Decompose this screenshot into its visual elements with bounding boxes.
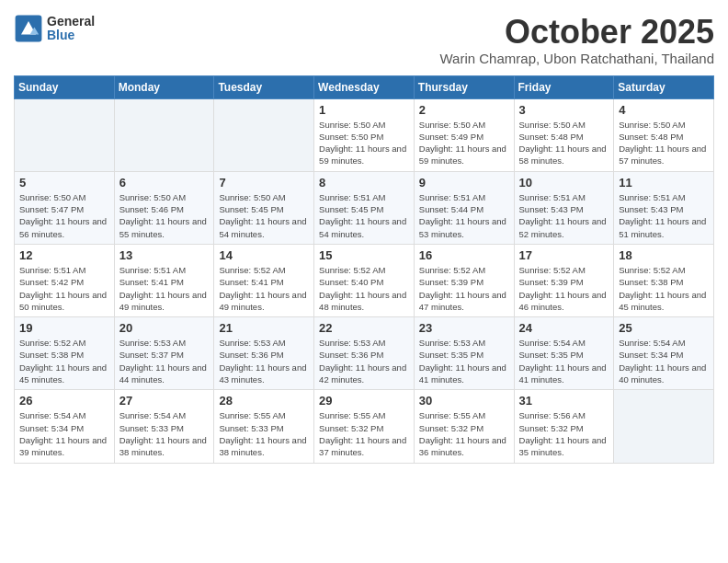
logo-blue-text: Blue — [47, 29, 95, 42]
calendar-cell: 13Sunrise: 5:51 AM Sunset: 5:41 PM Dayli… — [114, 244, 214, 316]
day-number: 8 — [319, 176, 409, 190]
calendar-cell: 5Sunrise: 5:50 AM Sunset: 5:47 PM Daylig… — [15, 171, 115, 244]
day-number: 21 — [219, 321, 309, 335]
day-number: 23 — [419, 321, 509, 335]
location-subtitle: Warin Chamrap, Ubon Ratchathani, Thailan… — [440, 51, 715, 66]
day-number: 1 — [319, 103, 409, 117]
calendar-cell: 1Sunrise: 5:50 AM Sunset: 5:50 PM Daylig… — [314, 98, 415, 171]
calendar-cell: 18Sunrise: 5:52 AM Sunset: 5:38 PM Dayli… — [614, 244, 714, 316]
calendar-cell: 10Sunrise: 5:51 AM Sunset: 5:43 PM Dayli… — [514, 171, 614, 244]
day-info: Sunrise: 5:53 AM Sunset: 5:37 PM Dayligh… — [119, 337, 210, 385]
day-number: 18 — [619, 248, 709, 262]
day-number: 17 — [519, 248, 609, 262]
day-info: Sunrise: 5:50 AM Sunset: 5:48 PM Dayligh… — [619, 119, 709, 167]
calendar-cell: 7Sunrise: 5:50 AM Sunset: 5:45 PM Daylig… — [214, 171, 314, 244]
day-info: Sunrise: 5:52 AM Sunset: 5:39 PM Dayligh… — [419, 264, 509, 313]
day-number: 12 — [19, 248, 109, 262]
day-info: Sunrise: 5:53 AM Sunset: 5:36 PM Dayligh… — [319, 337, 409, 385]
day-info: Sunrise: 5:50 AM Sunset: 5:48 PM Dayligh… — [519, 119, 609, 167]
calendar-table: SundayMondayTuesdayWednesdayThursdayFrid… — [14, 75, 714, 464]
weekday-header-wednesday: Wednesday — [314, 75, 415, 98]
weekday-header-sunday: Sunday — [15, 75, 115, 98]
day-info: Sunrise: 5:53 AM Sunset: 5:35 PM Dayligh… — [419, 337, 509, 385]
calendar-cell: 19Sunrise: 5:52 AM Sunset: 5:38 PM Dayli… — [15, 317, 115, 390]
calendar-cell: 2Sunrise: 5:50 AM Sunset: 5:49 PM Daylig… — [414, 98, 514, 171]
calendar-cell: 12Sunrise: 5:51 AM Sunset: 5:42 PM Dayli… — [15, 244, 115, 316]
calendar-cell: 8Sunrise: 5:51 AM Sunset: 5:45 PM Daylig… — [314, 171, 415, 244]
title-block: October 2025 Warin Chamrap, Ubon Ratchat… — [440, 14, 715, 66]
day-info: Sunrise: 5:51 AM Sunset: 5:45 PM Dayligh… — [319, 191, 409, 240]
calendar-cell: 23Sunrise: 5:53 AM Sunset: 5:35 PM Dayli… — [414, 317, 514, 390]
day-number: 13 — [119, 248, 210, 262]
day-info: Sunrise: 5:50 AM Sunset: 5:45 PM Dayligh… — [219, 191, 309, 240]
calendar-cell — [614, 390, 714, 463]
day-info: Sunrise: 5:55 AM Sunset: 5:32 PM Dayligh… — [319, 409, 409, 458]
day-info: Sunrise: 5:52 AM Sunset: 5:41 PM Dayligh… — [219, 264, 309, 313]
logo: General Blue — [14, 14, 95, 43]
day-number: 3 — [519, 103, 609, 117]
day-info: Sunrise: 5:50 AM Sunset: 5:49 PM Dayligh… — [419, 119, 509, 167]
day-number: 7 — [219, 176, 309, 190]
day-number: 29 — [319, 394, 409, 408]
weekday-header-monday: Monday — [114, 75, 214, 98]
day-number: 9 — [419, 176, 509, 190]
day-info: Sunrise: 5:54 AM Sunset: 5:35 PM Dayligh… — [519, 337, 609, 385]
day-number: 28 — [219, 394, 309, 408]
day-number: 5 — [19, 176, 109, 190]
day-info: Sunrise: 5:51 AM Sunset: 5:41 PM Dayligh… — [119, 264, 210, 313]
calendar-cell: 24Sunrise: 5:54 AM Sunset: 5:35 PM Dayli… — [514, 317, 614, 390]
day-info: Sunrise: 5:54 AM Sunset: 5:33 PM Dayligh… — [119, 409, 210, 458]
day-number: 30 — [419, 394, 509, 408]
weekday-header-row: SundayMondayTuesdayWednesdayThursdayFrid… — [15, 75, 714, 98]
day-info: Sunrise: 5:52 AM Sunset: 5:39 PM Dayligh… — [519, 264, 609, 313]
calendar-cell: 17Sunrise: 5:52 AM Sunset: 5:39 PM Dayli… — [514, 244, 614, 316]
month-title: October 2025 — [440, 14, 715, 51]
calendar-cell: 25Sunrise: 5:54 AM Sunset: 5:34 PM Dayli… — [614, 317, 714, 390]
day-info: Sunrise: 5:50 AM Sunset: 5:46 PM Dayligh… — [119, 191, 210, 240]
calendar-cell: 14Sunrise: 5:52 AM Sunset: 5:41 PM Dayli… — [214, 244, 314, 316]
calendar-cell: 16Sunrise: 5:52 AM Sunset: 5:39 PM Dayli… — [414, 244, 514, 316]
calendar-cell: 26Sunrise: 5:54 AM Sunset: 5:34 PM Dayli… — [15, 390, 115, 463]
calendar-cell: 22Sunrise: 5:53 AM Sunset: 5:36 PM Dayli… — [314, 317, 415, 390]
day-info: Sunrise: 5:53 AM Sunset: 5:36 PM Dayligh… — [219, 337, 309, 385]
calendar-cell: 3Sunrise: 5:50 AM Sunset: 5:48 PM Daylig… — [514, 98, 614, 171]
calendar-cell: 9Sunrise: 5:51 AM Sunset: 5:44 PM Daylig… — [414, 171, 514, 244]
weekday-header-friday: Friday — [514, 75, 614, 98]
calendar-cell: 21Sunrise: 5:53 AM Sunset: 5:36 PM Dayli… — [214, 317, 314, 390]
day-number: 19 — [19, 321, 109, 335]
day-info: Sunrise: 5:50 AM Sunset: 5:47 PM Dayligh… — [19, 191, 109, 240]
calendar-cell — [15, 98, 115, 171]
day-number: 20 — [119, 321, 210, 335]
day-info: Sunrise: 5:51 AM Sunset: 5:42 PM Dayligh… — [19, 264, 109, 313]
calendar-week-5: 26Sunrise: 5:54 AM Sunset: 5:34 PM Dayli… — [15, 390, 714, 463]
calendar-week-4: 19Sunrise: 5:52 AM Sunset: 5:38 PM Dayli… — [15, 317, 714, 390]
day-number: 15 — [319, 248, 409, 262]
calendar-cell: 30Sunrise: 5:55 AM Sunset: 5:32 PM Dayli… — [414, 390, 514, 463]
calendar-cell: 28Sunrise: 5:55 AM Sunset: 5:33 PM Dayli… — [214, 390, 314, 463]
day-number: 22 — [319, 321, 409, 335]
calendar-cell: 20Sunrise: 5:53 AM Sunset: 5:37 PM Dayli… — [114, 317, 214, 390]
day-info: Sunrise: 5:51 AM Sunset: 5:44 PM Dayligh… — [419, 191, 509, 240]
page-header: General Blue October 2025 Warin Chamrap,… — [14, 14, 714, 66]
weekday-header-thursday: Thursday — [414, 75, 514, 98]
calendar-week-2: 5Sunrise: 5:50 AM Sunset: 5:47 PM Daylig… — [15, 171, 714, 244]
weekday-header-saturday: Saturday — [614, 75, 714, 98]
logo-icon — [14, 14, 43, 43]
calendar-cell: 31Sunrise: 5:56 AM Sunset: 5:32 PM Dayli… — [514, 390, 614, 463]
day-info: Sunrise: 5:52 AM Sunset: 5:40 PM Dayligh… — [319, 264, 409, 313]
day-number: 24 — [519, 321, 609, 335]
day-number: 26 — [19, 394, 109, 408]
day-info: Sunrise: 5:54 AM Sunset: 5:34 PM Dayligh… — [19, 409, 109, 458]
day-number: 11 — [619, 176, 709, 190]
logo-general-text: General — [47, 15, 95, 29]
day-info: Sunrise: 5:56 AM Sunset: 5:32 PM Dayligh… — [519, 409, 609, 458]
day-info: Sunrise: 5:54 AM Sunset: 5:34 PM Dayligh… — [619, 337, 709, 385]
day-info: Sunrise: 5:55 AM Sunset: 5:32 PM Dayligh… — [419, 409, 509, 458]
day-info: Sunrise: 5:55 AM Sunset: 5:33 PM Dayligh… — [219, 409, 309, 458]
calendar-cell: 4Sunrise: 5:50 AM Sunset: 5:48 PM Daylig… — [614, 98, 714, 171]
calendar-cell — [214, 98, 314, 171]
calendar-week-3: 12Sunrise: 5:51 AM Sunset: 5:42 PM Dayli… — [15, 244, 714, 316]
day-number: 27 — [119, 394, 210, 408]
day-number: 2 — [419, 103, 509, 117]
calendar-cell — [114, 98, 214, 171]
